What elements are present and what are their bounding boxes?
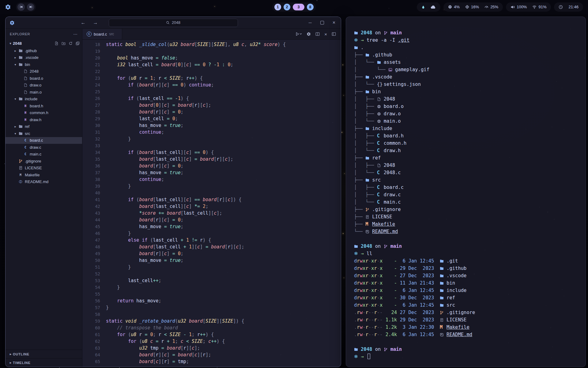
code-line-18[interactable]: 18static bool _slide_col(u32 board[SIZE]… (82, 41, 341, 48)
code-line-35[interactable]: 35 board[last_cell][c] = board[r][c]; (82, 156, 341, 163)
code-line-56[interactable]: 56 return has_move; (82, 297, 341, 304)
code-line-54[interactable]: 54 } (82, 284, 341, 291)
code-line-52[interactable]: 52 (82, 270, 341, 277)
code-line-30[interactable]: 30 has_move = true; (82, 122, 341, 129)
explorer-root-folder[interactable]: ▾ 2048 (6, 39, 82, 47)
explorer-item-Makefile[interactable]: MMakefile (6, 171, 82, 178)
code-line-32[interactable]: 32 } (82, 136, 341, 142)
forward-arrow-icon[interactable]: → (93, 20, 98, 25)
weather-widget[interactable] (417, 2, 440, 12)
refresh-icon[interactable] (69, 41, 73, 45)
explorer-item-board.c[interactable]: Cboard.c (6, 137, 82, 144)
code-line-42[interactable]: 42 board[last_cell][c] *= 2; (82, 203, 341, 210)
code-line-36[interactable]: 36 board[r][c] = 0; (82, 163, 341, 169)
code-line-34[interactable]: 34 if (board[last_cell][c] == 0) { (82, 149, 341, 156)
run-icon[interactable] (295, 32, 302, 36)
workspace-8[interactable]: 8 (307, 4, 314, 10)
code-line-40[interactable]: 40 (82, 190, 341, 196)
explorer-item-draw.h[interactable]: Hdraw.h (6, 116, 82, 123)
code-line-38[interactable]: 38 continue; (82, 176, 341, 183)
stat-memory[interactable]: 16% (465, 5, 479, 9)
code-line-44[interactable]: 44 board[r][c] = 0; (82, 217, 341, 223)
settings-gear-icon[interactable] (307, 32, 311, 36)
code-line-46[interactable]: 46 } (82, 230, 341, 237)
explorer-more-icon[interactable]: ⋯ (73, 32, 78, 36)
explorer-item-bin[interactable]: ▾bin (6, 61, 82, 68)
code-line-29[interactable]: 29 last_cell = 0; (82, 115, 341, 122)
stat-cpu[interactable]: 4% (448, 5, 460, 9)
code-line-58[interactable]: 58 (82, 311, 341, 318)
code-line-55[interactable]: 55 (82, 291, 341, 297)
explorer-item-common.h[interactable]: Hcommon.h (6, 109, 82, 117)
code-line-49[interactable]: 49 board[r][c] = 0; (82, 250, 341, 257)
new-file-icon[interactable] (55, 41, 58, 45)
workspace-2[interactable]: 2 (284, 4, 290, 10)
layout-panel-icon[interactable] (332, 32, 336, 36)
collapse-all-icon[interactable] (76, 41, 80, 45)
new-folder-icon[interactable] (62, 41, 66, 45)
code-line-47[interactable]: 47 else if (last_cell + 1 != r) { (82, 237, 341, 243)
explorer-item-include[interactable]: ▾include (6, 96, 82, 103)
code-line-39[interactable]: 39 } (82, 183, 341, 190)
explorer-item-src[interactable]: ▾src (6, 130, 82, 137)
explorer-item-2048[interactable]: 2048 (6, 68, 82, 75)
code-line-19[interactable]: 19 (82, 48, 341, 55)
code-line-48[interactable]: 48 board[last_cell + 1][c] = board[r][c]… (82, 243, 341, 250)
explorer-item-board.o[interactable]: board.o (6, 75, 82, 82)
system-logo-icon[interactable] (5, 4, 11, 10)
code-line-22[interactable]: 22 (82, 68, 341, 75)
code-line-41[interactable]: 41 if (board[last_cell][c] == board[r][c… (82, 196, 341, 203)
code-line-57[interactable]: 57} (82, 304, 341, 311)
network-widget[interactable]: 91% (532, 5, 546, 9)
code-line-65[interactable]: 65 board[c][r] = tmp; (82, 358, 341, 365)
code-line-25[interactable]: 25 (82, 88, 341, 95)
explorer-item-draw.c[interactable]: Cdraw.c (6, 144, 82, 151)
code-line-63[interactable]: 63 u32 tmp = board[r][c]; (82, 345, 341, 351)
workspace-1[interactable]: 1 (274, 4, 281, 10)
explorer-item-ref[interactable]: ▸ref (6, 123, 82, 130)
explorer-item-board.h[interactable]: Hboard.h (6, 102, 82, 109)
clock-widget[interactable]: 21:46 (554, 2, 583, 12)
code-line-64[interactable]: 64 board[r][c] = board[c][r]; (82, 351, 341, 358)
code-line-26[interactable]: 26 if (last_cell == -1) { (82, 95, 341, 102)
code-line-43[interactable]: 43 *score += board[last_cell][c]; (82, 210, 341, 217)
explorer-item-main.o[interactable]: main.o (6, 89, 82, 96)
stat-disk[interactable]: 25% (484, 5, 498, 9)
minimize-button[interactable]: ─ (309, 21, 312, 25)
explorer-item-.gitignore[interactable]: .gitignore (6, 158, 82, 165)
timeline-section[interactable]: ▸ TIMELINE (6, 358, 82, 367)
explorer-item-LICENSE[interactable]: LICENSE (6, 165, 82, 172)
code-line-62[interactable]: 62 for (u8 c = r + 1; c < SIZE; c++) { (82, 338, 341, 345)
code-line-24[interactable]: 24 if (board[r][c] == 0) continue; (82, 82, 341, 88)
tab-board-c[interactable]: C board.c src (82, 29, 122, 39)
code-line-61[interactable]: 61 for (u8 r = 0; r < SIZE - 1; r++) { (82, 331, 341, 338)
media-next-button[interactable] (27, 3, 34, 11)
code-line-27[interactable]: 27 board[0][c] = board[r][c]; (82, 102, 341, 109)
code-line-53[interactable]: 53 last_cell++; (82, 277, 341, 284)
explorer-item-README.md[interactable]: ⓘREADME.md (6, 178, 82, 186)
media-previous-button[interactable] (17, 3, 25, 11)
code-line-51[interactable]: 51 } (82, 264, 341, 270)
code-line-59[interactable]: 59static void _rotate_board(u32 board[SI… (82, 318, 341, 324)
close-editor-icon[interactable]: × (324, 32, 327, 37)
explorer-item-.github[interactable]: ▸.github (6, 47, 82, 54)
back-arrow-icon[interactable]: ← (81, 20, 86, 25)
code-line-28[interactable]: 28 board[r][c] = 0; (82, 109, 341, 115)
split-editor-icon[interactable] (315, 32, 320, 36)
close-button[interactable]: × (333, 20, 335, 25)
explorer-item-draw.o[interactable]: draw.o (6, 82, 82, 89)
maximize-button[interactable] (320, 21, 324, 25)
code-line-60[interactable]: 60 // transpose the board (82, 324, 341, 331)
code-line-33[interactable]: 33 (82, 142, 341, 149)
code-line-50[interactable]: 50 has_move = true; (82, 257, 341, 264)
code-area[interactable]: 18static bool _slide_col(u32 board[SIZE]… (82, 40, 341, 367)
explorer-item-main.c[interactable]: Cmain.c (6, 151, 82, 158)
code-line-45[interactable]: 45 has_move = true; (82, 223, 341, 230)
code-line-20[interactable]: 20 bool has_move = false; (82, 55, 341, 61)
outline-section[interactable]: ▸ OUTLINE (6, 350, 82, 358)
workspace-3[interactable]: 3 (293, 4, 304, 10)
volume-widget[interactable]: 100% (511, 5, 527, 9)
code-line-37[interactable]: 37 has_move = true; (82, 169, 341, 176)
code-line-23[interactable]: 23 for (u8 r = 1; r < SIZE; r++) { (82, 75, 341, 82)
command-center-search[interactable]: 2048 (109, 19, 238, 27)
